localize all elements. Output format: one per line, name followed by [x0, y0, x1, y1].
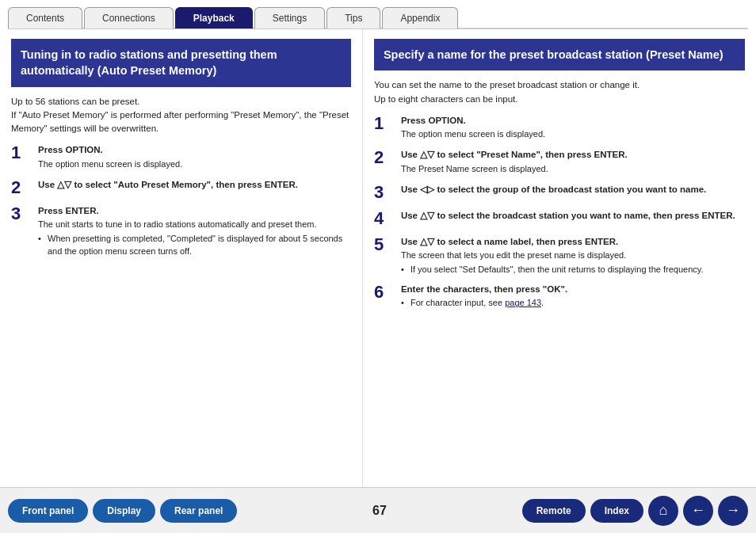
- right-step-1-bold: Press OPTION.: [401, 114, 745, 128]
- left-step-1-content: Press OPTION. The option menu screen is …: [38, 143, 351, 171]
- right-step-2-sub: The Preset Name screen is displayed.: [401, 164, 548, 173]
- tab-connections[interactable]: Connections: [84, 7, 174, 29]
- left-section-header: Tuning in to radio stations and presetti…: [11, 39, 351, 87]
- front-panel-button[interactable]: Front panel: [8, 499, 88, 523]
- right-column: Specify a name for the preset broadcast …: [363, 29, 756, 487]
- home-button[interactable]: ⌂: [648, 496, 678, 526]
- right-step-2: 2 Use △▽ to select "Preset Name", then p…: [374, 148, 745, 176]
- right-step-1: 1 Press OPTION. The option menu screen i…: [374, 114, 745, 142]
- right-intro: You can set the name to the preset broad…: [374, 78, 745, 106]
- page-number: 67: [242, 504, 517, 518]
- forward-button[interactable]: →: [718, 496, 748, 526]
- left-step-2: 2 Use △▽ to select "Auto Preset Memory",…: [11, 178, 351, 197]
- right-step-5-bullet: If you select "Set Defaults", then the u…: [401, 263, 745, 276]
- tab-appendix[interactable]: Appendix: [382, 7, 458, 29]
- right-step-5: 5 Use △▽ to select a name label, then pr…: [374, 235, 745, 276]
- left-step-1: 1 Press OPTION. The option menu screen i…: [11, 143, 351, 171]
- right-step-1-sub: The option menu screen is displayed.: [401, 129, 545, 139]
- right-step-3-bold: Use ◁▷ to select the group of the broadc…: [401, 183, 745, 196]
- left-step-3-bold: Press ENTER.: [38, 204, 351, 218]
- right-step-4: 4 Use △▽ to select the broadcast station…: [374, 209, 745, 228]
- right-step-6-bullet: For character input, see page 143.: [401, 296, 745, 310]
- left-intro-line2: If "Auto Preset Memory" is performed aft…: [11, 110, 349, 133]
- left-intro-line1: Up to 56 stations can be preset.: [11, 97, 139, 106]
- left-intro: Up to 56 stations can be preset. If "Aut…: [11, 95, 351, 136]
- left-column: Tuning in to radio stations and presetti…: [0, 29, 363, 487]
- left-step-3: 3 Press ENTER. The unit starts to tune i…: [11, 204, 351, 258]
- right-step-5-num: 5: [374, 235, 396, 254]
- left-step-2-num: 2: [11, 178, 33, 197]
- footer: Front panel Display Rear panel 67 Remote…: [0, 487, 756, 533]
- right-step-4-content: Use △▽ to select the broadcast station y…: [401, 209, 745, 223]
- left-step-1-sub: The option menu screen is displayed.: [38, 159, 182, 169]
- main-content: Tuning in to radio stations and presetti…: [0, 29, 756, 487]
- tab-tips[interactable]: Tips: [326, 7, 380, 29]
- right-step-2-bold: Use △▽ to select "Preset Name", then pre…: [401, 148, 745, 162]
- tab-contents[interactable]: Contents: [8, 7, 82, 29]
- right-step-6-num: 6: [374, 283, 396, 302]
- left-step-2-bold: Use △▽ to select "Auto Preset Memory", t…: [38, 178, 351, 192]
- left-step-3-num: 3: [11, 204, 33, 223]
- right-step-4-bold: Use △▽ to select the broadcast station y…: [401, 209, 745, 223]
- right-step-5-bold: Use △▽ to select a name label, then pres…: [401, 235, 745, 249]
- right-step-1-num: 1: [374, 114, 396, 133]
- left-step-1-num: 1: [11, 143, 33, 162]
- right-intro-line2: Up to eight characters can be input.: [374, 94, 518, 104]
- left-step-3-sub: The unit starts to tune in to radio stat…: [38, 219, 317, 229]
- right-step-3-num: 3: [374, 183, 396, 202]
- back-button[interactable]: ←: [683, 496, 713, 526]
- nav-tabs: Contents Connections Playback Settings T…: [0, 0, 756, 28]
- right-step-5-content: Use △▽ to select a name label, then pres…: [401, 235, 745, 276]
- left-step-3-bullet: When presetting is completed, "Completed…: [38, 232, 351, 258]
- home-icon: ⌂: [659, 502, 668, 519]
- right-step-3: 3 Use ◁▷ to select the group of the broa…: [374, 183, 745, 202]
- rear-panel-button[interactable]: Rear panel: [160, 499, 237, 523]
- right-step-4-num: 4: [374, 209, 396, 228]
- remote-button[interactable]: Remote: [522, 499, 586, 523]
- left-step-2-content: Use △▽ to select "Auto Preset Memory", t…: [38, 178, 351, 192]
- right-section-header: Specify a name for the preset broadcast …: [374, 39, 745, 70]
- index-button[interactable]: Index: [590, 499, 643, 523]
- back-icon: ←: [691, 502, 705, 519]
- right-step-6-content: Enter the characters, then press "OK". F…: [401, 283, 745, 310]
- left-step-1-bold: Press OPTION.: [38, 143, 351, 157]
- forward-icon: →: [726, 502, 740, 519]
- right-step-2-content: Use △▽ to select "Preset Name", then pre…: [401, 148, 745, 176]
- right-step-6-bold: Enter the characters, then press "OK".: [401, 283, 745, 296]
- page-143-link[interactable]: page 143: [505, 298, 541, 307]
- right-step-5-sub: The screen that lets you edit the preset…: [401, 250, 626, 260]
- right-step-2-num: 2: [374, 148, 396, 167]
- tab-playback[interactable]: Playback: [175, 7, 253, 29]
- left-step-3-content: Press ENTER. The unit starts to tune in …: [38, 204, 351, 258]
- right-step-3-content: Use ◁▷ to select the group of the broadc…: [401, 183, 745, 196]
- display-button[interactable]: Display: [93, 499, 155, 523]
- tab-settings[interactable]: Settings: [254, 7, 325, 29]
- right-intro-line1: You can set the name to the preset broad…: [374, 80, 640, 89]
- right-step-6: 6 Enter the characters, then press "OK".…: [374, 283, 745, 310]
- right-step-1-content: Press OPTION. The option menu screen is …: [401, 114, 745, 142]
